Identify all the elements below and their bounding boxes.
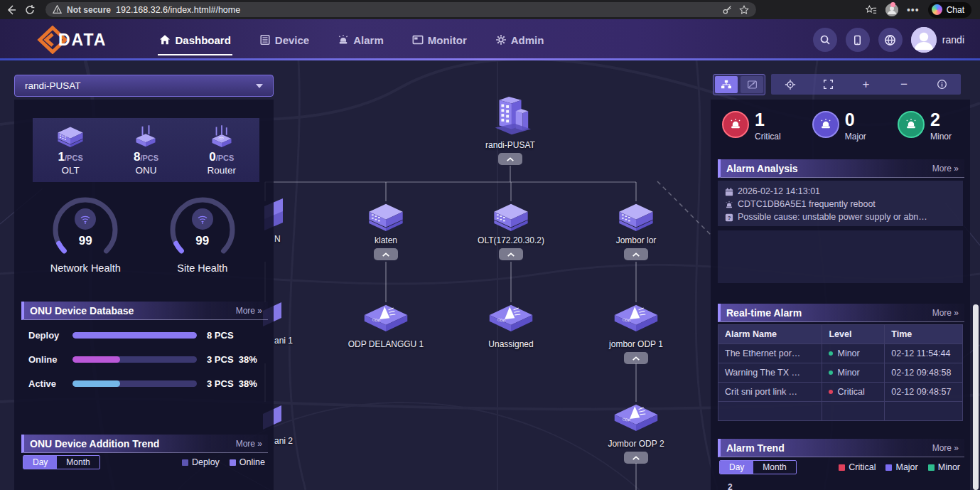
topology-node-odp[interactable]: ODP Unassigned <box>465 302 557 349</box>
search-button[interactable] <box>813 28 837 52</box>
alarm-count: 2 <box>930 111 952 129</box>
topology-node-odp[interactable]: ODP ODP DELANGGU 1 <box>340 302 432 349</box>
info-button[interactable] <box>931 74 952 95</box>
table-row[interactable]: Warning The TX … Minor 02-12 09:48:58 <box>718 363 963 383</box>
refresh-icon[interactable] <box>24 4 36 16</box>
collapse-button[interactable] <box>624 352 648 364</box>
tab-day[interactable]: Day <box>23 456 57 469</box>
app-logo[interactable]: DATA <box>37 26 107 54</box>
map-canvas[interactable]: randi-PUSAT klaten <box>0 60 980 490</box>
table-row[interactable]: Crit sni port link … Critical 02-12 09:4… <box>718 383 963 402</box>
browser-menu-icon[interactable]: ••• <box>907 4 920 16</box>
legend-deploy: Deploy <box>182 457 220 467</box>
topology-node-olt[interactable]: Jombor lor <box>590 200 682 260</box>
locate-button[interactable] <box>780 74 801 95</box>
more-link[interactable]: More » <box>932 308 959 318</box>
topology-node-odp[interactable]: ODP Jombor ODP 2 <box>590 402 682 464</box>
bookmark-star-icon[interactable] <box>739 5 749 15</box>
tab-day[interactable]: Day <box>720 461 753 474</box>
bar-track <box>72 332 197 339</box>
language-button[interactable] <box>878 28 903 52</box>
stat-count: 8 <box>134 150 140 164</box>
map-tools: + − <box>771 74 961 95</box>
section-alarm-trend-header: Alarm Trend More » <box>718 439 964 457</box>
more-link[interactable]: More » <box>932 164 959 174</box>
col-header-alarm-name: Alarm Name <box>718 325 822 344</box>
onu-database-bars: Deploy 8 PCS Online 3 PCS 38% Active 3 P… <box>28 329 262 401</box>
legend-minor: Minor <box>928 462 960 472</box>
wifi-icon <box>192 208 213 230</box>
alarm-critical[interactable]: 1 Critical <box>722 111 781 156</box>
topology-node-site[interactable]: randi-PUSAT <box>464 95 556 165</box>
favorites-collections-icon[interactable] <box>866 4 877 16</box>
alarm-analysis-empty-slot <box>718 230 963 283</box>
topology-node-olt[interactable]: OLT(172.20.30.2) <box>465 200 557 260</box>
stat-router[interactable]: 0/PCS Router <box>184 118 259 182</box>
page-scrollbar-thumb[interactable] <box>973 304 979 490</box>
zoom-in-button[interactable]: + <box>855 74 876 95</box>
fullscreen-button[interactable] <box>817 74 839 95</box>
bar-value: 3 PCS 38% <box>197 354 262 365</box>
more-link[interactable]: More » <box>236 306 262 316</box>
partial-node-label: ani 2 <box>274 436 293 446</box>
site-selector-dropdown[interactable]: randi-PUSAT <box>14 75 274 97</box>
table-row[interactable]: The Ethernet por… Minor 02-12 11:54:44 <box>718 344 963 363</box>
back-icon[interactable] <box>6 4 17 16</box>
topology-node-olt[interactable]: klaten <box>340 200 432 260</box>
tab-admin[interactable]: Admin <box>494 30 546 50</box>
alarm-minor[interactable]: 2 Minor <box>898 111 952 156</box>
alarm-trend-controls: Day Month Critical Major Minor <box>719 460 960 474</box>
browser-profile-avatar[interactable] <box>885 4 898 16</box>
zoom-out-button[interactable]: − <box>893 74 915 95</box>
chevron-up-icon <box>382 252 390 257</box>
bar-row-active: Active 3 PCS 38% <box>28 377 262 390</box>
topology-view-icon <box>721 80 732 90</box>
olt-device-icon <box>489 200 533 234</box>
copilot-chat-button[interactable]: Chat <box>928 2 971 18</box>
more-link[interactable]: More » <box>932 443 959 453</box>
section-title: ONU Device Database <box>30 305 134 316</box>
topology-node-odp[interactable]: ODP jombor ODP 1 <box>590 302 682 364</box>
main-menu: Dashboard Device Alarm Monitor Admin <box>158 30 545 50</box>
collapse-button[interactable] <box>498 153 522 165</box>
alarm-major[interactable]: 0 Major <box>812 111 866 156</box>
stat-unit: /PCS <box>65 154 83 162</box>
legend-swatch <box>928 464 935 471</box>
stat-onu[interactable]: 8/PCS ONU <box>108 118 183 182</box>
tab-monitor[interactable]: Monitor <box>411 30 468 50</box>
section-title: Real-time Alarm <box>726 307 802 319</box>
screen: Not secure 192.168.32.6/index.html#/home… <box>0 0 980 490</box>
stat-olt[interactable]: 1/PCS OLT <box>33 118 108 182</box>
tab-month[interactable]: Month <box>753 461 795 474</box>
collapse-button[interactable] <box>624 248 648 260</box>
collapse-button[interactable] <box>624 452 648 464</box>
collapse-button[interactable] <box>374 248 398 260</box>
device-stats-card: 1/PCS OLT 8/PCS ONU <box>33 118 259 182</box>
more-link[interactable]: More » <box>236 439 262 449</box>
cell-alarm-name: Crit sni port link … <box>718 383 822 402</box>
cell-time: 02-12 11:54:44 <box>885 344 963 363</box>
critical-siren-icon <box>722 111 749 138</box>
tab-dashboard[interactable]: Dashboard <box>158 30 232 50</box>
bar-row-deploy: Deploy 8 PCS <box>28 329 262 341</box>
map-toolbar: + − <box>713 74 961 95</box>
user-menu[interactable]: randi <box>911 27 964 53</box>
map-view-button[interactable] <box>741 76 763 93</box>
section-onu-trend-header: ONU Device Addition Trend More » <box>21 435 268 453</box>
key-icon[interactable] <box>722 5 732 15</box>
cell-time: 02-12 09:48:58 <box>885 363 963 383</box>
tab-month[interactable]: Month <box>57 456 99 469</box>
cell-alarm-name: The Ethernet por… <box>718 344 822 363</box>
collapse-button[interactable] <box>499 248 523 260</box>
calendar-icon <box>725 188 733 196</box>
cell-level: Minor <box>822 344 885 363</box>
alarm-analysis-card[interactable]: 2026-02-12 14:13:01 CDTC1DB6A5E1 frequen… <box>718 181 963 226</box>
address-bar[interactable]: Not secure 192.168.32.6/index.html#/home <box>45 2 756 17</box>
chevron-up-icon <box>507 252 515 257</box>
section-title: Alarm Trend <box>726 442 785 454</box>
tab-device[interactable]: Device <box>258 30 311 50</box>
tab-alarm[interactable]: Alarm <box>336 30 385 50</box>
mobile-app-button[interactable] <box>846 28 870 52</box>
topology-view-button[interactable] <box>715 76 738 93</box>
security-label: Not secure <box>67 5 111 15</box>
